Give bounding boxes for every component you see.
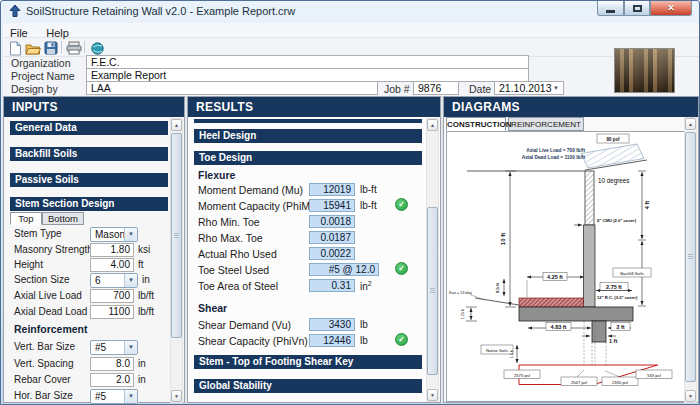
- field-row-axial-live-load: Axial Live Load 700 lb/ft: [4, 289, 184, 304]
- menu-help[interactable]: Help: [39, 26, 76, 39]
- printer-icon: [66, 41, 82, 55]
- pressure-heel-label: 533 psf: [647, 373, 662, 378]
- project-name-input[interactable]: Example Report: [86, 68, 529, 82]
- wall-stem: [574, 171, 595, 307]
- scrollbar-thumb[interactable]: [685, 132, 696, 382]
- section-general-data[interactable]: General Data: [10, 121, 168, 135]
- diagram-canvas: 80 psf Axial Live Load = 700 lb/ft Axial…: [446, 131, 688, 402]
- section-passive-soils[interactable]: Passive Soils: [10, 173, 168, 187]
- cmu-label: 6" CMU (2.0" cover): [597, 218, 637, 223]
- result-unit: lb-ft: [360, 184, 377, 195]
- heel-width-label: 2.75 ft: [606, 284, 622, 290]
- maximize-button[interactable]: [624, 1, 650, 16]
- design-by-input[interactable]: LAA: [86, 81, 378, 95]
- menu-file[interactable]: File: [3, 26, 35, 39]
- result-row-toe-steel: Toe Steel Used #5 @ 12.0 ✓: [188, 264, 440, 279]
- new-file-button[interactable]: [6, 40, 24, 56]
- axial-live-load-input[interactable]: 700: [90, 289, 134, 303]
- scroll-up-button[interactable]: ▲: [171, 119, 182, 131]
- field-row-stem-type: Stem Type Masonry ▼: [4, 227, 184, 242]
- section-stem-section-design[interactable]: Stem Section Design: [10, 197, 168, 211]
- scroll-down-button[interactable]: ▼: [427, 389, 438, 401]
- toolbar-separator: [84, 41, 85, 53]
- field-unit: in: [138, 374, 146, 385]
- scroll-down-button[interactable]: ▼: [685, 390, 696, 402]
- result-unit: lb-ft: [360, 200, 377, 211]
- vert-bar-size-select[interactable]: #5 ▼: [90, 340, 138, 355]
- tab-construction[interactable]: CONSTRUCTION: [446, 117, 506, 131]
- slope-angle-label: 10 degrees: [598, 177, 630, 185]
- field-row-axial-dead-load: Axial Dead Load 1100 lb/ft: [4, 305, 184, 320]
- select-value: #5: [95, 342, 106, 353]
- toe-width-label: 4.25 ft: [547, 274, 563, 280]
- inputs-scrollbar[interactable]: ▲ ▼: [170, 118, 183, 403]
- stem-type-select[interactable]: Masonry ▼: [90, 227, 138, 242]
- result-row-moment-capacity: Moment Capacity (PhiMn) 15941 lb-ft ✓: [188, 200, 440, 215]
- select-value: 6: [95, 275, 101, 286]
- key-right-label: 2 ft: [616, 324, 624, 330]
- scroll-up-button[interactable]: ▲: [685, 118, 696, 130]
- window-title: SoilStructure Retaining Wall v2.0 - Exam…: [26, 5, 295, 17]
- field-row-section-size: Section Size 6 ▼ in: [4, 273, 184, 288]
- pass-check-icon: ✓: [395, 198, 408, 211]
- field-label: Axial Live Load: [14, 290, 82, 301]
- results-body: Heel Design Toe Design Flexure Moment De…: [188, 117, 440, 402]
- footing-thickness-label: 1.25 ft: [461, 308, 465, 319]
- section-stem-shear-key[interactable]: Stem - Top of Footing Shear Key: [194, 355, 422, 369]
- scrollbar-thumb[interactable]: [171, 133, 182, 338]
- open-folder-icon: [25, 42, 41, 55]
- section-global-stability[interactable]: Global Stability: [194, 379, 422, 393]
- section-heel-design[interactable]: Heel Design: [194, 129, 422, 143]
- wall-height-dim: [505, 171, 516, 307]
- tab-bottom[interactable]: Bottom: [42, 212, 84, 225]
- result-value: 12446: [309, 334, 355, 347]
- result-row-actual-rho: Actual Rho Used 0.0022: [188, 248, 440, 263]
- result-unit: in2: [360, 280, 372, 292]
- rebar-cover-input[interactable]: 2.0: [90, 373, 134, 387]
- tab-reinforcement[interactable]: REINFORCEMENT: [508, 117, 584, 131]
- key-width-label: 1 ft: [609, 338, 617, 344]
- results-scrollbar[interactable]: ▲ ▼: [426, 118, 439, 402]
- result-value: 12019: [309, 183, 355, 196]
- results-scrolled-bar-sliver: [194, 119, 422, 123]
- print-button[interactable]: [65, 40, 83, 56]
- report-button[interactable]: [88, 40, 106, 56]
- scroll-up-button[interactable]: ▲: [427, 119, 438, 131]
- masonry-strength-input[interactable]: 1.80: [90, 243, 134, 257]
- field-row-rebar-cover: Rebar Cover 2.0 in: [4, 373, 184, 388]
- section-toe-design[interactable]: Toe Design: [194, 151, 422, 165]
- vert-spacing-input[interactable]: 8.0: [90, 357, 134, 371]
- chevron-down-icon: ▼: [124, 228, 137, 241]
- scrollbar-thumb[interactable]: [427, 207, 438, 375]
- result-value: 15941: [309, 199, 355, 212]
- diagrams-scrollbar[interactable]: ▲ ▼: [684, 117, 697, 403]
- save-button[interactable]: [42, 40, 60, 56]
- organization-input[interactable]: F.E.C.: [86, 55, 529, 69]
- height-input[interactable]: 4.00: [90, 258, 134, 272]
- pressure-key-left-label: 2547 psf: [571, 380, 588, 385]
- field-unit: in: [142, 274, 150, 285]
- result-row-rho-max: Rho Max. Toe 0.0187: [188, 232, 440, 247]
- section-backfill-soils[interactable]: Backfill Soils: [10, 147, 168, 161]
- diagrams-body: CONSTRUCTION REINFORCEMENT: [444, 117, 698, 402]
- job-number-input[interactable]: 9876: [413, 81, 459, 95]
- toolbar-separator: [61, 41, 62, 53]
- result-label: Shear Demand (Vu): [198, 319, 291, 331]
- tab-top[interactable]: Top: [10, 212, 42, 225]
- open-file-button[interactable]: [24, 40, 42, 56]
- minimize-button[interactable]: [597, 1, 624, 16]
- result-row-rho-min: Rho Min. Toe 0.0018: [188, 216, 440, 231]
- axial-dead-load-input[interactable]: 1100: [90, 305, 134, 319]
- result-row-moment-demand: Moment Demand (Mu) 12019 lb-ft: [188, 184, 440, 199]
- title-bar[interactable]: SoilStructure Retaining Wall v2.0 - Exam…: [1, 1, 699, 23]
- close-button[interactable]: ✕: [650, 1, 692, 16]
- date-picker[interactable]: 21.10.2013 ▼: [494, 81, 564, 95]
- section-size-select[interactable]: 6 ▼: [90, 273, 138, 288]
- field-row-masonry-strength: Masonry Strength (f'm) 1.80 ksi: [4, 243, 184, 258]
- chevron-down-icon[interactable]: ▼: [550, 83, 562, 93]
- hor-bar-size-select[interactable]: #5 ▼: [90, 389, 138, 404]
- construction-diagram: 80 psf Axial Live Load = 700 lb/ft Axial…: [447, 132, 687, 401]
- scroll-down-button[interactable]: ▼: [171, 390, 182, 402]
- thumb-grip: [174, 233, 179, 238]
- reinforcement-heading: Reinforcement: [14, 323, 88, 335]
